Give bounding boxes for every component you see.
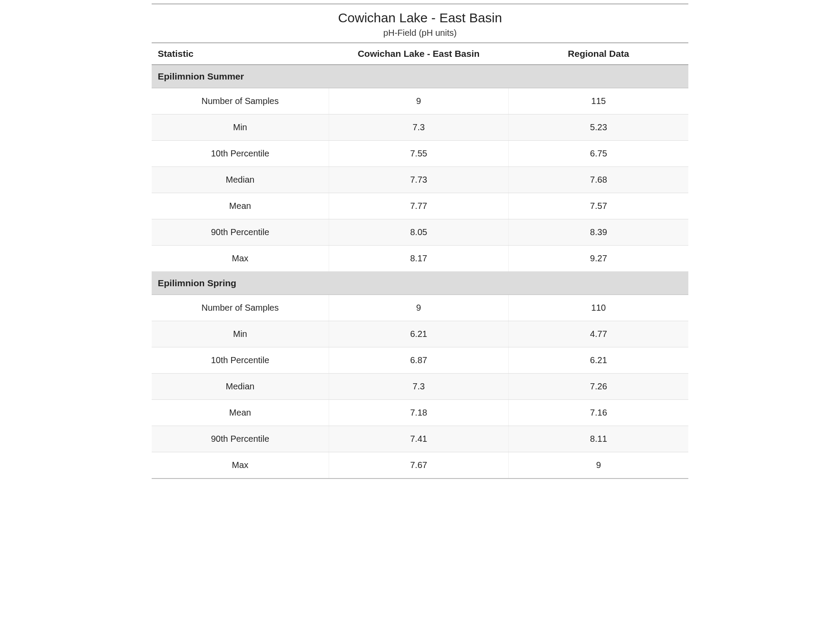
regional-value-cell: 9.27: [509, 246, 688, 272]
statistic-cell: Number of Samples: [152, 88, 329, 114]
section-header: Epilimnion Spring: [152, 272, 688, 295]
regional-value-cell: 7.26: [509, 374, 688, 400]
site-value-cell: 9: [329, 295, 508, 321]
site-value-cell: 7.41: [329, 426, 508, 452]
regional-value-cell: 9: [509, 452, 688, 479]
site-value-cell: 7.18: [329, 400, 508, 426]
statistic-cell: Mean: [152, 193, 329, 219]
regional-value-cell: 7.68: [509, 167, 688, 193]
site-value-cell: 7.3: [329, 374, 508, 400]
statistics-table: Statistic Cowichan Lake - East Basin Reg…: [152, 42, 688, 479]
site-value-cell: 7.3: [329, 114, 508, 141]
regional-value-cell: 5.23: [509, 114, 688, 141]
table-row: Median7.37.26: [152, 374, 688, 400]
site-value-cell: 6.87: [329, 347, 508, 374]
regional-value-cell: 110: [509, 295, 688, 321]
site-value-cell: 6.21: [329, 321, 508, 347]
table-row: 90th Percentile7.418.11: [152, 426, 688, 452]
col-header-site: Cowichan Lake - East Basin: [329, 43, 508, 65]
section-header: Epilimnion Summer: [152, 65, 688, 88]
site-value-cell: 8.17: [329, 246, 508, 272]
regional-value-cell: 7.57: [509, 193, 688, 219]
statistic-cell: Number of Samples: [152, 295, 329, 321]
table-row: Mean7.777.57: [152, 193, 688, 219]
regional-value-cell: 7.16: [509, 400, 688, 426]
regional-value-cell: 4.77: [509, 321, 688, 347]
table-subtitle: pH-Field (pH units): [152, 28, 688, 38]
table-row: Min6.214.77: [152, 321, 688, 347]
col-header-regional: Regional Data: [509, 43, 688, 65]
statistic-cell: Median: [152, 374, 329, 400]
statistic-cell: 90th Percentile: [152, 426, 329, 452]
table-row: 10th Percentile6.876.21: [152, 347, 688, 374]
table-row: Number of Samples9115: [152, 88, 688, 114]
statistic-cell: 10th Percentile: [152, 347, 329, 374]
table-title-block: Cowichan Lake - East Basin pH-Field (pH …: [152, 3, 688, 42]
section-header-label: Epilimnion Summer: [152, 65, 688, 88]
statistic-cell: Max: [152, 246, 329, 272]
site-value-cell: 9: [329, 88, 508, 114]
table-row: Mean7.187.16: [152, 400, 688, 426]
site-value-cell: 7.73: [329, 167, 508, 193]
section-header-label: Epilimnion Spring: [152, 272, 688, 295]
table-row: Median7.737.68: [152, 167, 688, 193]
statistic-cell: Min: [152, 114, 329, 141]
regional-value-cell: 8.11: [509, 426, 688, 452]
col-header-statistic: Statistic: [152, 43, 329, 65]
table-row: Max8.179.27: [152, 246, 688, 272]
regional-value-cell: 115: [509, 88, 688, 114]
table-row: Number of Samples9110: [152, 295, 688, 321]
statistic-cell: 10th Percentile: [152, 141, 329, 167]
statistic-cell: Max: [152, 452, 329, 479]
site-value-cell: 7.55: [329, 141, 508, 167]
table-row: 90th Percentile8.058.39: [152, 219, 688, 246]
statistic-cell: Mean: [152, 400, 329, 426]
header-row: Statistic Cowichan Lake - East Basin Reg…: [152, 43, 688, 65]
regional-value-cell: 6.21: [509, 347, 688, 374]
site-value-cell: 7.67: [329, 452, 508, 479]
table-row: Max7.679: [152, 452, 688, 479]
regional-value-cell: 6.75: [509, 141, 688, 167]
table-row: Min7.35.23: [152, 114, 688, 141]
statistic-cell: 90th Percentile: [152, 219, 329, 246]
site-value-cell: 8.05: [329, 219, 508, 246]
site-value-cell: 7.77: [329, 193, 508, 219]
statistic-cell: Min: [152, 321, 329, 347]
table-title: Cowichan Lake - East Basin: [152, 10, 688, 25]
regional-value-cell: 8.39: [509, 219, 688, 246]
table-row: 10th Percentile7.556.75: [152, 141, 688, 167]
statistic-cell: Median: [152, 167, 329, 193]
